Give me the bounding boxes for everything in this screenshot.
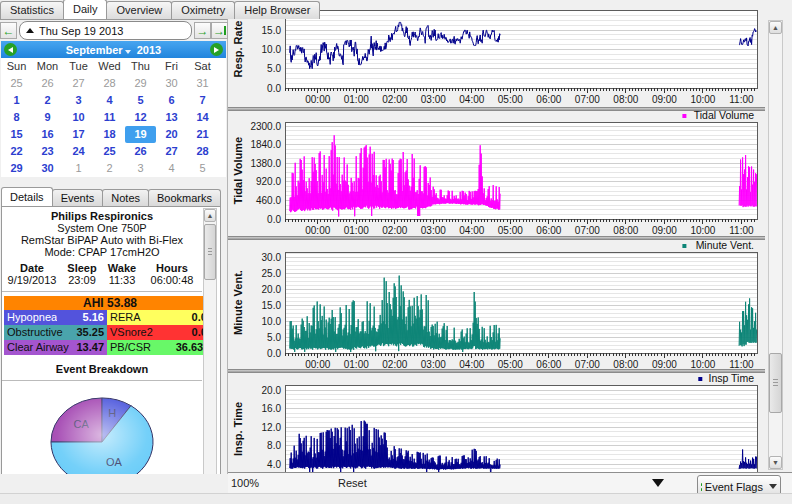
event-breakdown-title: Event Breakdown <box>2 363 202 375</box>
calendar-day[interactable]: 22 <box>1 143 32 160</box>
combo-up-icon <box>26 28 34 33</box>
panel-splitter[interactable] <box>228 369 765 373</box>
tab-events[interactable]: Events <box>52 189 104 206</box>
panel-splitter[interactable] <box>228 107 765 111</box>
end-bar-icon <box>224 26 226 35</box>
calendar-day[interactable]: 12 <box>125 109 156 126</box>
calendar-day[interactable]: 18 <box>94 126 125 143</box>
calendar-day[interactable]: 11 <box>94 109 125 126</box>
svg-text:01:00: 01:00 <box>344 225 369 236</box>
calendar-day[interactable]: 24 <box>63 143 94 160</box>
scrollbar-thumb[interactable] <box>769 353 782 413</box>
tab-details[interactable]: Details <box>1 187 53 206</box>
calendar-month-title[interactable]: September 2013 <box>20 44 207 56</box>
calendar-day[interactable]: 27 <box>156 143 187 160</box>
calendar-day[interactable]: 23 <box>32 143 63 160</box>
svg-text:09:00: 09:00 <box>652 225 677 236</box>
svg-text:1380.0: 1380.0 <box>250 158 281 169</box>
tab-daily[interactable]: Daily <box>63 0 107 19</box>
svg-text:07:00: 07:00 <box>575 359 600 368</box>
calendar-day[interactable]: 28 <box>187 143 218 160</box>
svg-text:15.0: 15.0 <box>262 300 282 311</box>
calendar-day[interactable]: 1 <box>1 92 32 109</box>
svg-text:00:00: 00:00 <box>305 359 330 368</box>
collapse-pie-icon[interactable] <box>652 479 664 487</box>
chart-minute-vent[interactable]: 0.05.010.015.020.025.030.000:0001:0002:0… <box>228 240 792 368</box>
calendar-day[interactable]: 29 <box>125 75 156 92</box>
tab-notes[interactable]: Notes <box>102 189 149 206</box>
session-value: 23:09 <box>62 274 102 286</box>
event-flags-icon <box>701 483 702 491</box>
calendar-day[interactable]: 5 <box>187 160 218 177</box>
svg-text:15.0: 15.0 <box>262 25 282 36</box>
calendar-day[interactable]: 9 <box>32 109 63 126</box>
calendar-grid: 2526272829303112345678910111213141516171… <box>1 75 226 177</box>
calendar-day[interactable]: 3 <box>63 92 94 109</box>
calendar-day[interactable]: 29 <box>1 160 32 177</box>
previous-day-button[interactable]: ← <box>0 22 17 39</box>
calendar-day[interactable]: 30 <box>32 160 63 177</box>
calendar-day[interactable]: 2 <box>32 92 63 109</box>
calendar-day[interactable]: 30 <box>156 75 187 92</box>
chart-area-scrollbar[interactable]: ▲ ▼ <box>768 20 783 470</box>
divider <box>2 291 202 292</box>
weekday-label: Sun <box>1 58 32 75</box>
calendar-day[interactable]: 8 <box>1 109 32 126</box>
calendar-day[interactable]: 4 <box>94 92 125 109</box>
weekday-label: Fri <box>156 58 187 75</box>
calendar-day[interactable]: 26 <box>125 143 156 160</box>
grip-icon <box>773 379 778 386</box>
event-flags-label: Event Flags <box>705 481 763 493</box>
calendar-day[interactable]: 31 <box>187 75 218 92</box>
tab-overview[interactable]: Overview <box>106 1 172 19</box>
calendar-day-selected[interactable]: 19 <box>125 126 156 143</box>
svg-text:460.0: 460.0 <box>256 195 281 206</box>
calendar-day[interactable]: 15 <box>1 126 32 143</box>
details-scrollbar[interactable]: ▲ ▼ <box>203 208 217 491</box>
calendar-day[interactable]: 25 <box>1 75 32 92</box>
chart-tidal-volume[interactable]: 0.0460.0920.01380.01840.02300.000:0001:0… <box>228 111 792 236</box>
calendar-day[interactable]: 28 <box>94 75 125 92</box>
calendar-day[interactable]: 21 <box>187 126 218 143</box>
previous-month-button[interactable] <box>4 43 17 56</box>
scroll-up-button[interactable]: ▲ <box>769 21 782 34</box>
chart-insp-time[interactable]: 4.08.012.016.020.0Insp. TimeInsp Time <box>228 373 792 472</box>
session-summary: Date9/19/2013Sleep23:09Wake11:33Hours06:… <box>2 262 202 286</box>
calendar-day[interactable]: 26 <box>32 75 63 92</box>
calendar-day[interactable]: 4 <box>156 160 187 177</box>
scrollbar-thumb[interactable] <box>204 224 216 280</box>
panel-splitter[interactable] <box>228 236 765 240</box>
chart-toolbar: 100% Reset Event Flags <box>228 472 792 493</box>
status-bar <box>0 493 792 504</box>
calendar-day[interactable]: 14 <box>187 109 218 126</box>
next-month-button[interactable] <box>210 43 223 56</box>
calendar-day[interactable]: 1 <box>63 160 94 177</box>
date-combo[interactable]: Thu Sep 19 2013 <box>19 21 192 40</box>
next-day-button[interactable]: → <box>194 22 211 39</box>
calendar-day[interactable]: 2 <box>94 160 125 177</box>
calendar-day[interactable]: 16 <box>32 126 63 143</box>
calendar-day[interactable]: 13 <box>156 109 187 126</box>
calendar-day[interactable]: 17 <box>63 126 94 143</box>
event-value: 13.47 <box>76 340 107 355</box>
ahi-banner: AHI 53.88 <box>4 296 216 310</box>
tab-help-browser[interactable]: Help Browser <box>234 1 320 19</box>
tab-oximetry[interactable]: Oximetry <box>171 1 235 19</box>
scroll-up-button[interactable]: ▲ <box>204 209 216 222</box>
calendar-day[interactable]: 7 <box>187 92 218 109</box>
year-label: 2013 <box>137 44 161 56</box>
latest-day-button[interactable]: → <box>211 22 228 39</box>
scroll-down-button[interactable]: ▼ <box>769 456 782 469</box>
svg-text:16.0: 16.0 <box>262 403 282 414</box>
calendar-day[interactable]: 10 <box>63 109 94 126</box>
tab-bookmarks[interactable]: Bookmarks <box>148 189 221 206</box>
calendar-day[interactable]: 3 <box>125 160 156 177</box>
calendar-day[interactable]: 6 <box>156 92 187 109</box>
reset-button[interactable]: Reset <box>338 477 367 489</box>
calendar-day[interactable]: 25 <box>94 143 125 160</box>
calendar-day[interactable]: 27 <box>63 75 94 92</box>
calendar-day[interactable]: 5 <box>125 92 156 109</box>
svg-text:Insp Time: Insp Time <box>708 373 754 384</box>
tab-statistics[interactable]: Statistics <box>0 1 64 19</box>
calendar-day[interactable]: 20 <box>156 126 187 143</box>
